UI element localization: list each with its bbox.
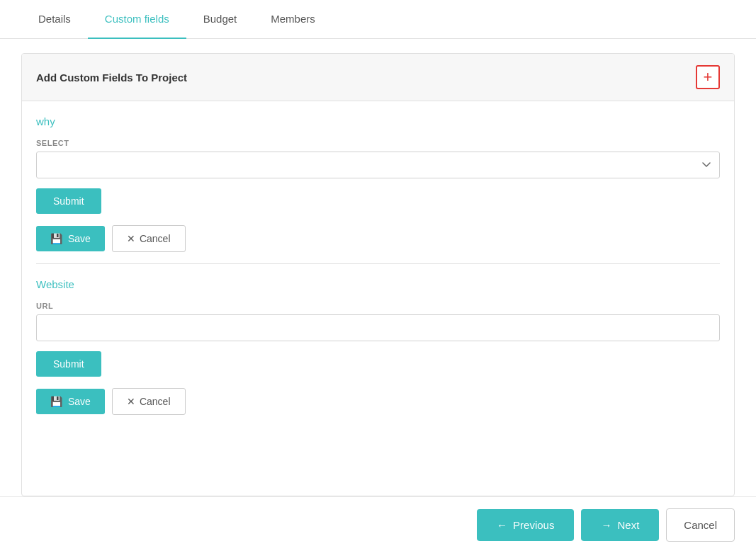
next-label: Next	[617, 519, 639, 531]
why-select[interactable]	[36, 152, 720, 178]
footer: ← Previous → Next Cancel	[0, 496, 756, 553]
tab-custom-fields[interactable]: Custom fields	[88, 0, 186, 39]
why-save-label: Save	[68, 233, 91, 244]
field-website-name: Website	[36, 278, 720, 290]
field-section-website: Website URL Submit 💾 Save ✕ Cancel	[36, 278, 720, 415]
footer-cancel-button[interactable]: Cancel	[666, 508, 735, 542]
website-cancel-x-icon: ✕	[127, 396, 135, 407]
why-submit-button[interactable]: Submit	[36, 188, 101, 214]
select-label: SELECT	[36, 139, 720, 147]
form-group-url: URL	[36, 302, 720, 341]
card-header-title: Add Custom Fields To Project	[36, 72, 187, 84]
website-submit-button[interactable]: Submit	[36, 351, 101, 377]
save-floppy-icon: 💾	[50, 233, 62, 244]
arrow-right-icon: →	[601, 519, 611, 531]
tabs-bar: Details Custom fields Budget Members	[0, 0, 756, 39]
form-group-select: SELECT	[36, 139, 720, 178]
url-label: URL	[36, 302, 720, 310]
field-section-why: why SELECT Submit 💾 Save	[36, 115, 720, 252]
main-content: Add Custom Fields To Project + why SELEC…	[0, 39, 756, 496]
add-custom-field-button[interactable]: +	[696, 65, 720, 89]
previous-button[interactable]: ← Previous	[477, 509, 574, 541]
why-action-row: 💾 Save ✕ Cancel	[36, 225, 720, 252]
previous-label: Previous	[513, 519, 554, 531]
next-button[interactable]: → Next	[581, 509, 659, 541]
field-why-name: why	[36, 115, 720, 127]
card: Add Custom Fields To Project + why SELEC…	[21, 53, 735, 496]
website-url-input[interactable]	[36, 314, 720, 341]
website-cancel-label: Cancel	[140, 396, 171, 407]
tab-members[interactable]: Members	[254, 0, 332, 39]
divider	[36, 263, 720, 264]
tab-details[interactable]: Details	[21, 0, 88, 39]
card-header: Add Custom Fields To Project +	[22, 54, 734, 101]
website-save-button[interactable]: 💾 Save	[36, 389, 105, 414]
website-cancel-button[interactable]: ✕ Cancel	[112, 388, 186, 415]
website-save-label: Save	[68, 396, 91, 407]
arrow-left-icon: ←	[497, 519, 507, 531]
why-save-button[interactable]: 💾 Save	[36, 226, 105, 251]
tab-budget[interactable]: Budget	[186, 0, 254, 39]
why-cancel-label: Cancel	[140, 233, 171, 244]
why-cancel-x-icon: ✕	[127, 233, 135, 244]
modal-wrapper: Details Custom fields Budget Members Add…	[0, 0, 756, 553]
card-body: why SELECT Submit 💾 Save	[22, 101, 734, 496]
website-action-row: 💾 Save ✕ Cancel	[36, 388, 720, 415]
website-save-floppy-icon: 💾	[50, 396, 62, 407]
why-cancel-button[interactable]: ✕ Cancel	[112, 225, 186, 252]
